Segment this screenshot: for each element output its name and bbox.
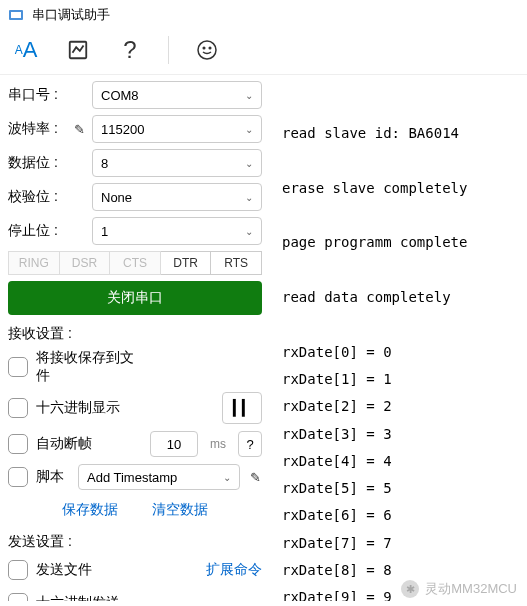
label-rx-hex: 十六进制显示 (36, 399, 214, 417)
status-ring[interactable]: RING (8, 251, 60, 275)
parity-select[interactable]: None⌄ (92, 183, 262, 211)
chk-auto-break[interactable] (8, 434, 28, 454)
label-tx-hex: 十六进制发送 (36, 594, 262, 601)
label-rx-script: 脚本 (36, 468, 70, 486)
watermark: ✱ 灵动MM32MCU (401, 580, 517, 598)
label-stop: 停止位 : (8, 222, 66, 240)
label-auto-break: 自动断帧 (36, 435, 142, 453)
svg-rect-1 (11, 12, 21, 18)
label-baud: 波特率 : (8, 120, 66, 138)
svg-point-4 (203, 47, 205, 49)
app-icon (8, 7, 24, 23)
toolbar: AA ? (0, 30, 527, 75)
font-button[interactable]: AA (12, 36, 40, 64)
help-auto-break[interactable]: ? (238, 431, 262, 457)
titlebar: 串口调试助手 (0, 0, 527, 30)
pause-button[interactable]: ▎▎ (222, 392, 262, 424)
data-select[interactable]: 8⌄ (92, 149, 262, 177)
chk-tx-hex[interactable] (8, 593, 28, 601)
rx-script-select[interactable]: Add Timestamp⌄ (78, 464, 240, 490)
status-dsr[interactable]: DSR (60, 251, 111, 275)
close-port-button[interactable]: 关闭串口 (8, 281, 262, 315)
svg-point-5 (209, 47, 211, 49)
status-rts[interactable]: RTS (211, 251, 262, 275)
chk-save-file[interactable] (8, 357, 28, 377)
chk-send-file[interactable] (8, 560, 28, 580)
label-save-file: 将接收保存到文件 (36, 349, 145, 385)
chk-rx-script[interactable] (8, 467, 28, 487)
clear-data-button[interactable]: 清空数据 (144, 497, 216, 523)
label-port: 串口号 : (8, 86, 66, 104)
label-send-file: 发送文件 (36, 561, 198, 579)
label-data: 数据位 : (8, 154, 66, 172)
tx-title: 发送设置 : (8, 533, 262, 551)
smile-button[interactable] (193, 36, 221, 64)
settings-panel: 串口号 : COM8⌄ 波特率 : ✎ 115200⌄ 数据位 : 8⌄ 校验位… (0, 75, 270, 601)
status-dtr[interactable]: DTR (161, 251, 212, 275)
rx-title: 接收设置 : (8, 325, 262, 343)
pen-icon[interactable]: ✎ (72, 122, 86, 137)
port-select[interactable]: COM8⌄ (92, 81, 262, 109)
wechat-icon: ✱ (401, 580, 419, 598)
ms-unit: ms (206, 437, 230, 451)
pen-icon[interactable]: ✎ (248, 470, 262, 485)
expand-cmd-button[interactable]: 扩展命令 (206, 561, 262, 579)
chk-rx-hex[interactable] (8, 398, 28, 418)
auto-break-input[interactable] (150, 431, 198, 457)
app-title: 串口调试助手 (32, 6, 110, 24)
svg-point-3 (198, 41, 216, 59)
toolbar-divider (168, 36, 169, 64)
stop-select[interactable]: 1⌄ (92, 217, 262, 245)
status-cts[interactable]: CTS (110, 251, 161, 275)
log-output[interactable]: read slave id: BA6014 erase slave comple… (270, 75, 527, 601)
help-button[interactable]: ? (116, 36, 144, 64)
status-row: RING DSR CTS DTR RTS (8, 251, 262, 275)
save-data-button[interactable]: 保存数据 (54, 497, 126, 523)
chart-button[interactable] (64, 36, 92, 64)
label-parity: 校验位 : (8, 188, 66, 206)
baud-select[interactable]: 115200⌄ (92, 115, 262, 143)
